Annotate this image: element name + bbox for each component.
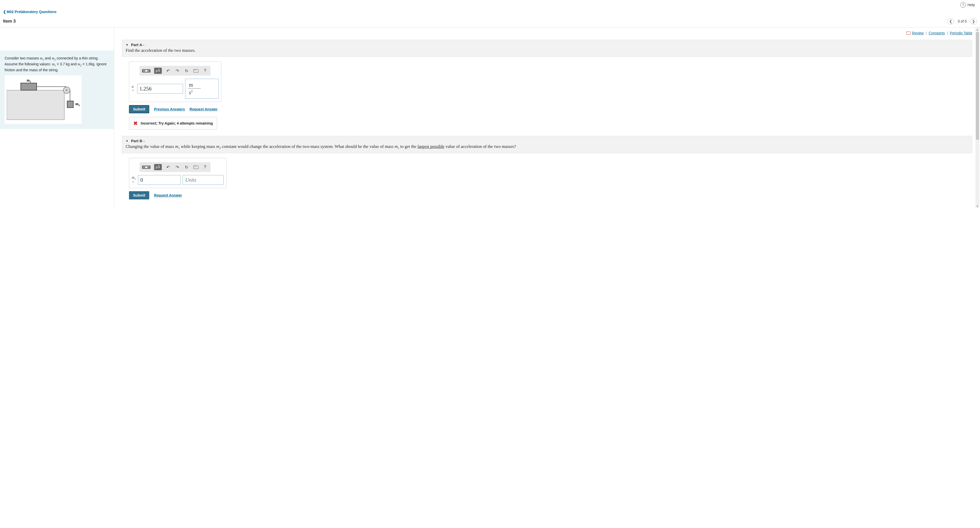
pager-text: 3 of 5 <box>958 19 967 23</box>
svg-point-5 <box>66 89 67 91</box>
toolbar-help-icon-b[interactable]: ? <box>202 164 208 170</box>
scroll-thumb[interactable] <box>976 32 979 140</box>
part-b-var-label: m1 = <box>132 176 136 184</box>
part-b-value-input[interactable] <box>138 175 180 185</box>
part-a-previous-answers-link[interactable]: Previous Answers <box>154 107 185 111</box>
svg-text:m1: m1 <box>27 78 31 83</box>
scroll-up-icon[interactable]: ▲ <box>975 27 980 32</box>
toolbar-help-icon[interactable]: ? <box>202 67 208 74</box>
part-b-unit-input[interactable] <box>183 175 224 185</box>
redo-icon[interactable]: ↷ <box>175 67 180 74</box>
collapse-part-a-icon[interactable]: ▼ <box>126 43 129 46</box>
resource-links: Review | Constants | Periodic Table <box>122 30 972 40</box>
part-a-feedback: ✖ Incorrect; Try Again; 4 attempts remai… <box>129 117 217 130</box>
help-link[interactable]: ? Help <box>960 2 975 8</box>
part-b-submit-button[interactable]: Submit <box>129 191 149 199</box>
undo-icon-b[interactable]: ↶ <box>165 164 171 170</box>
part-a-prompt: Find the acceleration of the two masses. <box>126 48 969 53</box>
scrollbar[interactable]: ▲ ▼ <box>975 27 980 208</box>
scroll-down-icon[interactable]: ▼ <box>975 204 980 208</box>
breadcrumb[interactable]: ❮M02 Prelaboratory Questions <box>3 10 57 14</box>
item-pager: ❮ 3 of 5 ❯ <box>947 18 977 25</box>
help-icon: ? <box>960 2 966 8</box>
problem-statement: Consider two masses m1 and m2 connected … <box>0 51 114 129</box>
part-b-answer-box: μÅ ↶ ↷ ↻ ? m1 = <box>129 158 226 188</box>
svg-text:m2: m2 <box>75 102 80 107</box>
keyboard-icon[interactable] <box>193 67 199 74</box>
equation-toolbar-a: μÅ ↶ ↷ ↻ ? <box>140 66 210 76</box>
part-a-answer-box: μÅ ↶ ↷ ↻ ? a = m s2 <box>129 62 221 102</box>
next-item-button[interactable]: ❯ <box>970 18 977 25</box>
problem-figure: m1 m2 <box>5 75 81 124</box>
undo-icon[interactable]: ↶ <box>165 67 171 74</box>
part-a-submit-button[interactable]: Submit <box>129 105 149 113</box>
part-a-unit-input[interactable]: m s2 <box>185 79 218 99</box>
reset-icon[interactable]: ↻ <box>184 67 189 74</box>
part-a-request-answer-link[interactable]: Request Answer <box>189 107 218 111</box>
symbols-tool-button-b[interactable]: μÅ <box>154 164 162 170</box>
part-b-request-answer-link[interactable]: Request Answer <box>154 193 182 197</box>
help-label: Help <box>967 3 975 7</box>
chevron-left-icon: ❮ <box>3 10 6 14</box>
constants-link[interactable]: Constants <box>929 31 945 35</box>
template-tool-button-b[interactable] <box>142 165 151 169</box>
reset-icon-b[interactable]: ↻ <box>184 164 189 170</box>
periodic-table-link[interactable]: Periodic Table <box>950 31 972 35</box>
part-b-prompt: Changing the value of mass m1 while keep… <box>126 144 969 149</box>
collapse-part-b-icon[interactable]: ▼ <box>126 140 129 143</box>
prev-item-button[interactable]: ❮ <box>947 18 954 25</box>
part-a-var-label: a = <box>132 84 135 93</box>
part-a-header: ▼ Part A - Find the acceleration of the … <box>122 40 972 57</box>
part-b-header: ▼ Part B - Changing the value of mass m1… <box>122 136 972 153</box>
part-b-label: Part B - <box>131 139 145 143</box>
svg-rect-1 <box>21 83 37 90</box>
equation-toolbar-b: μÅ ↶ ↷ ↻ ? <box>140 162 210 172</box>
part-a-label: Part A - <box>131 43 144 47</box>
redo-icon-b[interactable]: ↷ <box>175 164 180 170</box>
part-a-value-input[interactable] <box>137 84 183 94</box>
review-link[interactable]: Review <box>912 31 924 35</box>
svg-rect-7 <box>67 101 73 108</box>
book-icon <box>907 32 910 35</box>
template-tool-button[interactable] <box>142 69 151 73</box>
symbols-tool-button[interactable]: μÅ <box>154 68 162 74</box>
item-title: Item 3 <box>3 19 16 24</box>
keyboard-icon-b[interactable] <box>193 164 199 170</box>
feedback-text: Incorrect; Try Again; 4 attempts remaini… <box>141 121 213 125</box>
incorrect-icon: ✖ <box>133 120 138 126</box>
svg-rect-0 <box>7 90 64 120</box>
